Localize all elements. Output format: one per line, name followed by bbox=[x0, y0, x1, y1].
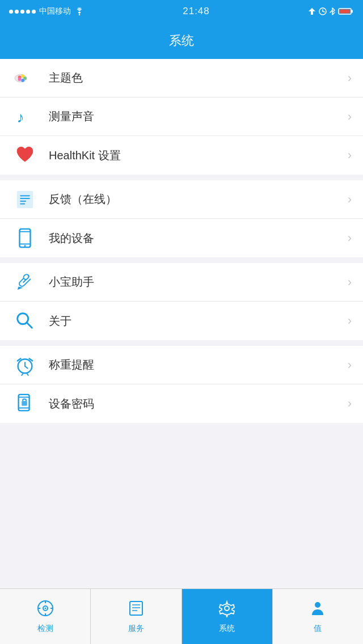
chevron-assistant: › bbox=[348, 275, 352, 290]
menu-label-feedback: 反馈（在线） bbox=[49, 192, 343, 207]
chevron-reminder: › bbox=[348, 358, 352, 372]
tab-service-label: 服务 bbox=[128, 624, 144, 634]
svg-point-13 bbox=[18, 78, 22, 81]
svg-point-51 bbox=[315, 602, 320, 608]
svg-line-4 bbox=[323, 11, 324, 12]
menu-label-reminder: 称重提醒 bbox=[49, 357, 343, 372]
heart-icon bbox=[11, 142, 39, 169]
chevron-device: › bbox=[348, 231, 352, 245]
menu-item-assistant[interactable]: 小宝助手 › bbox=[0, 263, 363, 302]
svg-rect-7 bbox=[339, 10, 349, 14]
status-left: 中国移动 bbox=[9, 6, 85, 16]
tab-system-label: 系统 bbox=[219, 624, 235, 634]
menu-label-about: 关于 bbox=[49, 313, 343, 329]
menu-label-theme: 主题色 bbox=[49, 70, 343, 86]
assistant-icon bbox=[11, 269, 39, 296]
menu-section-2: 反馈（在线） › 我的设备 › bbox=[0, 180, 363, 257]
menu-item-feedback[interactable]: 反馈（在线） › bbox=[0, 180, 363, 219]
svg-line-33 bbox=[22, 374, 23, 375]
wifi-icon bbox=[74, 7, 85, 15]
menu-item-reminder[interactable]: 称重提醒 › bbox=[0, 346, 363, 384]
menu-item-about[interactable]: 关于 › bbox=[0, 302, 363, 340]
menu-label-device: 我的设备 bbox=[49, 231, 343, 246]
svg-rect-6 bbox=[351, 10, 353, 13]
menu-label-sound: 测量声音 bbox=[49, 109, 343, 124]
tab-value[interactable]: 值 bbox=[273, 589, 363, 644]
status-time: 21:48 bbox=[183, 6, 210, 17]
svg-rect-46 bbox=[130, 601, 142, 615]
nav-title: 系统 bbox=[169, 32, 194, 49]
svg-line-27 bbox=[27, 323, 32, 328]
svg-rect-15 bbox=[18, 191, 33, 207]
status-right bbox=[308, 7, 354, 15]
battery-icon bbox=[338, 7, 354, 15]
chevron-theme: › bbox=[348, 71, 352, 86]
menu-item-password[interactable]: 设备密码 › bbox=[0, 384, 363, 423]
menu-section-4: 称重提醒 › 设备密码 › bbox=[0, 346, 363, 423]
tab-detect[interactable]: 检测 bbox=[0, 589, 91, 644]
value-tab-icon bbox=[309, 599, 327, 621]
svg-point-0 bbox=[79, 14, 80, 15]
tab-detect-label: 检测 bbox=[37, 624, 53, 634]
svg-point-50 bbox=[225, 606, 229, 611]
svg-marker-1 bbox=[309, 8, 315, 15]
svg-point-12 bbox=[21, 78, 24, 82]
svg-line-30 bbox=[25, 366, 28, 368]
location-icon bbox=[308, 7, 316, 15]
svg-line-34 bbox=[27, 374, 28, 375]
status-bar: 中国移动 21:48 bbox=[0, 0, 363, 23]
tab-system[interactable]: 系统 bbox=[182, 589, 273, 644]
tab-value-label: 值 bbox=[314, 624, 322, 634]
carrier-label: 中国移动 bbox=[39, 6, 71, 16]
tab-bar: 检测 服务 系统 值 bbox=[0, 588, 363, 644]
detect-tab-icon bbox=[36, 599, 54, 621]
menu-container: 主题色 › ♪ 测量声音 › HealthKit 设置 › bbox=[0, 59, 363, 423]
system-tab-icon bbox=[218, 599, 236, 621]
device-icon bbox=[11, 224, 39, 252]
menu-item-healthkit[interactable]: HealthKit 设置 › bbox=[0, 136, 363, 175]
chevron-password: › bbox=[348, 396, 352, 411]
chevron-about: › bbox=[348, 313, 352, 328]
palette-icon bbox=[11, 65, 39, 92]
tab-service[interactable]: 服务 bbox=[91, 589, 182, 644]
menu-item-sound[interactable]: ♪ 测量声音 › bbox=[0, 98, 363, 136]
menu-section-3: 小宝助手 › 关于 › bbox=[0, 263, 363, 340]
menu-item-theme[interactable]: 主题色 › bbox=[0, 59, 363, 98]
about-icon bbox=[11, 307, 39, 334]
menu-label-assistant: 小宝助手 bbox=[49, 274, 343, 290]
reminder-icon bbox=[11, 351, 39, 379]
menu-label-healthkit: HealthKit 设置 bbox=[49, 148, 343, 163]
svg-rect-38 bbox=[22, 401, 27, 406]
music-icon: ♪ bbox=[11, 103, 39, 130]
menu-item-device[interactable]: 我的设备 › bbox=[0, 219, 363, 257]
signal-dots bbox=[9, 10, 36, 14]
service-tab-icon bbox=[127, 599, 145, 621]
chevron-feedback: › bbox=[348, 192, 352, 207]
menu-label-password: 设备密码 bbox=[49, 396, 343, 412]
clock-icon bbox=[319, 7, 327, 15]
chevron-sound: › bbox=[348, 109, 352, 124]
nav-bar: 系统 bbox=[0, 23, 363, 59]
bluetooth-icon bbox=[330, 7, 335, 15]
chevron-healthkit: › bbox=[348, 148, 352, 163]
password-icon bbox=[11, 390, 39, 417]
svg-text:♪: ♪ bbox=[17, 108, 24, 125]
menu-section-1: 主题色 › ♪ 测量声音 › HealthKit 设置 › bbox=[0, 59, 363, 175]
svg-point-23 bbox=[24, 245, 26, 247]
feedback-icon bbox=[11, 186, 39, 213]
svg-point-45 bbox=[44, 608, 46, 609]
